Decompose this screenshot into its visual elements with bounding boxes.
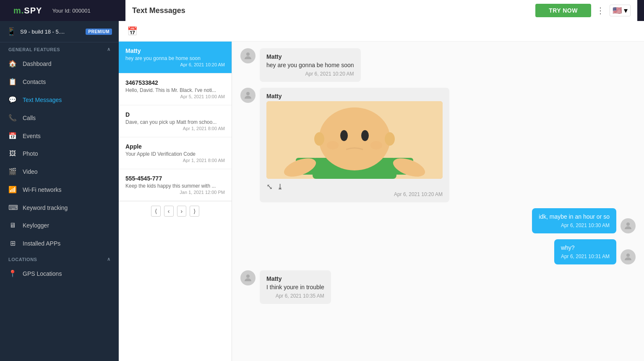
try-now-button[interactable]: TRY NOW: [535, 4, 591, 17]
section-header-locations: LOCATIONS ∧: [0, 252, 119, 264]
svg-point-0: [246, 52, 250, 56]
avatar-self-2: [621, 249, 636, 264]
device-name: S9 - build 18 - 5....: [20, 29, 81, 35]
avatar-matty-3: [240, 270, 256, 285]
message-bubble-3: idk, maybe in an hour or so Apr 6, 2021 …: [532, 208, 616, 233]
wifi-icon: 📶: [8, 186, 17, 194]
avatar-self-1: [621, 218, 636, 233]
conversation-panel: Matty hey are you gonna be home soon Apr…: [119, 42, 232, 361]
device-icon: 📱: [7, 27, 16, 36]
message-row-3: idk, maybe in an hour or so Apr 6, 2021 …: [240, 208, 636, 233]
contacts-icon: 📋: [8, 78, 17, 86]
conv-item-3467533842[interactable]: 3467533842 Hello, David. This is Mr. Bla…: [119, 73, 232, 105]
message-bubble-2: Matty: [260, 88, 449, 202]
header-center: Text Messages: [125, 0, 529, 21]
download-image-button[interactable]: ⤓: [277, 182, 283, 191]
sidebar-item-keyword-tracking[interactable]: ⌨ Keyword tracking: [0, 199, 119, 217]
message-bubble-1: Matty hey are you gonna be home soon Apr…: [260, 48, 361, 82]
premium-badge: PREMIUM: [86, 29, 112, 35]
apps-icon: ⊞: [8, 239, 17, 247]
content-header: 📅: [119, 21, 644, 42]
language-selector[interactable]: 🇺🇸 ▾: [610, 5, 631, 16]
svg-point-11: [361, 130, 369, 141]
video-icon: 🎬: [8, 167, 17, 175]
avatar-matty-2: [240, 88, 256, 103]
page-prev-button[interactable]: ‹: [164, 206, 174, 217]
avatar-matty-1: [240, 48, 256, 63]
section-header-general: GENERAL FEATURES ∧: [0, 42, 119, 55]
sidebar-item-keylogger[interactable]: 🖥 Keylogger: [0, 217, 119, 234]
messages-container: Matty hey are you gonna be home soon Apr…: [119, 42, 644, 361]
svg-point-17: [626, 254, 630, 257]
image-actions: ⤡ ⤓: [266, 182, 443, 191]
sidebar-item-photo[interactable]: 🖼 Photo: [0, 145, 119, 162]
sidebar-item-installed-apps[interactable]: ⊞ Installed APPs: [0, 234, 119, 252]
app-logo: m.SPY: [13, 6, 42, 16]
sidebar-item-contacts[interactable]: 📋 Contacts: [0, 73, 119, 91]
svg-point-13: [370, 141, 382, 149]
svg-point-15: [385, 132, 395, 146]
home-icon: 🏠: [8, 60, 17, 68]
conv-item-matty[interactable]: Matty hey are you gonna be home soon Apr…: [119, 42, 232, 73]
svg-point-16: [626, 222, 630, 226]
sidebar-item-calls[interactable]: 📞 Calls: [0, 109, 119, 127]
conv-item-apple[interactable]: Apple Your Apple ID Verification Code Ap…: [119, 137, 232, 169]
main-layout: 📱 S9 - build 18 - 5.... PREMIUM GENERAL …: [0, 21, 644, 361]
sidebar-item-video[interactable]: 🎬 Video: [0, 162, 119, 180]
message-image-container: [266, 101, 443, 179]
sidebar-item-dashboard[interactable]: 🏠 Dashboard: [0, 55, 119, 73]
more-options-icon[interactable]: ⋮: [596, 5, 605, 16]
svg-point-10: [340, 130, 348, 141]
message-row-1: Matty hey are you gonna be home soon Apr…: [240, 48, 636, 82]
messages-icon: 💬: [8, 96, 17, 104]
conv-item-d[interactable]: D Dave, can you pick up Matt from schoo.…: [119, 105, 232, 137]
message-row-5: Matty I think youre in trouble Apr 6, 20…: [240, 270, 636, 304]
conversation-list: Matty hey are you gonna be home soon Apr…: [119, 42, 232, 201]
svg-point-14: [314, 132, 324, 146]
calendar-icon[interactable]: 📅: [127, 26, 138, 36]
page-first-button[interactable]: ⟨: [151, 206, 161, 217]
sidebar: 📱 S9 - build 18 - 5.... PREMIUM GENERAL …: [0, 21, 119, 361]
pagination: ⟨ ‹ › ⟩: [119, 201, 232, 221]
svg-point-7: [319, 107, 390, 170]
expand-image-button[interactable]: ⤡: [266, 182, 273, 191]
events-icon: 📅: [8, 132, 17, 140]
conv-item-555[interactable]: 555-4545-777 Keep the kids happy this su…: [119, 169, 232, 201]
page-last-button[interactable]: ⟩: [190, 206, 199, 217]
message-image: [266, 101, 443, 179]
content-area: 📅 Matty hey are you gonna be home soon A…: [119, 21, 644, 361]
gps-icon: 📍: [8, 269, 17, 277]
sidebar-item-events[interactable]: 📅 Events: [0, 127, 119, 145]
sidebar-item-text-messages[interactable]: 💬 Text Messages: [0, 91, 119, 109]
message-row-4: why? Apr 6, 2021 10:31 AM: [240, 239, 636, 264]
page-next-button[interactable]: ›: [177, 206, 187, 217]
message-bubble-4: why? Apr 6, 2021 10:31 AM: [554, 239, 616, 264]
device-selector[interactable]: 📱 S9 - build 18 - 5.... PREMIUM: [0, 21, 119, 42]
keyword-icon: ⌨: [8, 204, 17, 212]
message-row-2: Matty: [240, 88, 636, 202]
svg-point-18: [246, 275, 250, 278]
svg-point-12: [327, 141, 339, 149]
header-right: TRY NOW ⋮ 🇺🇸 ▾: [529, 0, 637, 21]
sidebar-item-wifi[interactable]: 📶 Wi-Fi networks: [0, 180, 119, 199]
message-bubble-5: Matty I think youre in trouble Apr 6, 20…: [260, 270, 331, 304]
page-title: Text Messages: [132, 6, 185, 15]
keylogger-icon: 🖥: [8, 222, 17, 229]
calls-icon: 📞: [8, 114, 17, 122]
photo-icon: 🖼: [8, 150, 17, 157]
svg-point-1: [246, 92, 250, 95]
sidebar-item-gps[interactable]: 📍 GPS Locations: [0, 264, 119, 283]
chat-view: Matty hey are you gonna be home soon Apr…: [232, 42, 644, 361]
user-id: Your Id: 000001: [52, 8, 90, 14]
top-bar: m.SPY Your Id: 000001 Text Messages TRY …: [0, 0, 644, 21]
